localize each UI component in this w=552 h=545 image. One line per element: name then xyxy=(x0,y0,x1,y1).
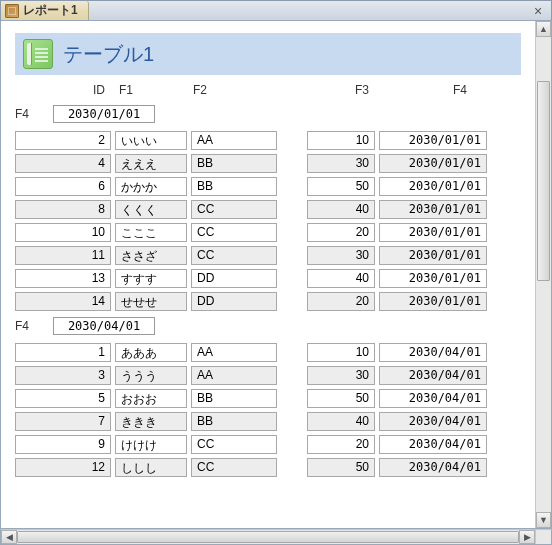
cell-f1: けけけ xyxy=(115,435,187,454)
cell-id: 4 xyxy=(15,154,111,173)
cell-f2: CC xyxy=(191,223,277,242)
cell-f1: せせせ xyxy=(115,292,187,311)
scroll-up-arrow-icon[interactable]: ▲ xyxy=(536,21,551,37)
cell-f3: 20 xyxy=(307,435,375,454)
group-label: F4 xyxy=(15,107,41,121)
cell-f1: いいい xyxy=(115,131,187,150)
cell-f4: 2030/01/01 xyxy=(379,154,487,173)
group-label: F4 xyxy=(15,319,41,333)
scroll-left-arrow-icon[interactable]: ◀ xyxy=(1,530,17,544)
vertical-scroll-thumb[interactable] xyxy=(537,81,550,281)
group-header: F42030/01/01 xyxy=(15,101,521,129)
cell-f4: 2030/04/01 xyxy=(379,458,487,477)
table-row: 4えええBB302030/01/01 xyxy=(15,152,521,175)
table-row: 9けけけCC202030/04/01 xyxy=(15,433,521,456)
cell-f4: 2030/01/01 xyxy=(379,131,487,150)
cell-f2: CC xyxy=(191,435,277,454)
group-value: 2030/01/01 xyxy=(53,105,155,123)
cell-f3: 30 xyxy=(307,154,375,173)
cell-f1: ううう xyxy=(115,366,187,385)
cell-f1: かかか xyxy=(115,177,187,196)
cell-id: 8 xyxy=(15,200,111,219)
cell-f2: CC xyxy=(191,246,277,265)
document-tab[interactable]: レポート1 xyxy=(1,1,89,20)
cell-f3: 40 xyxy=(307,200,375,219)
cell-f4: 2030/04/01 xyxy=(379,389,487,408)
window-titlebar: レポート1 × xyxy=(0,0,552,21)
cell-id: 13 xyxy=(15,269,111,288)
close-button[interactable]: × xyxy=(529,3,547,19)
table-row: 2いいいAA102030/01/01 xyxy=(15,129,521,152)
cell-f2: DD xyxy=(191,269,277,288)
cell-f3: 20 xyxy=(307,292,375,311)
report-title: テーブル1 xyxy=(63,41,154,68)
table-row: 10こここCC202030/01/01 xyxy=(15,221,521,244)
table-row: 12しししCC502030/04/01 xyxy=(15,456,521,479)
report-header: テーブル1 xyxy=(15,33,521,75)
cell-f2: AA xyxy=(191,343,277,362)
cell-f3: 10 xyxy=(307,131,375,150)
cell-f3: 30 xyxy=(307,366,375,385)
cell-f4: 2030/04/01 xyxy=(379,435,487,454)
cell-f4: 2030/01/01 xyxy=(379,223,487,242)
cell-f3: 50 xyxy=(307,389,375,408)
cell-f2: AA xyxy=(191,366,277,385)
cell-f3: 50 xyxy=(307,177,375,196)
cell-id: 9 xyxy=(15,435,111,454)
cell-f4: 2030/01/01 xyxy=(379,177,487,196)
scroll-right-arrow-icon[interactable]: ▶ xyxy=(519,530,535,544)
cell-f4: 2030/01/01 xyxy=(379,200,487,219)
table-row: 7きききBB402030/04/01 xyxy=(15,410,521,433)
cell-f3: 10 xyxy=(307,343,375,362)
horizontal-scroll-track[interactable] xyxy=(17,530,519,544)
cell-id: 5 xyxy=(15,389,111,408)
table-row: 13すすすDD402030/01/01 xyxy=(15,267,521,290)
cell-f4: 2030/01/01 xyxy=(379,246,487,265)
table-row: 3うううAA302030/04/01 xyxy=(15,364,521,387)
cell-f4: 2030/04/01 xyxy=(379,343,487,362)
cell-f4: 2030/01/01 xyxy=(379,269,487,288)
cell-f1: ししし xyxy=(115,458,187,477)
cell-f2: CC xyxy=(191,200,277,219)
cell-id: 12 xyxy=(15,458,111,477)
cell-id: 11 xyxy=(15,246,111,265)
cell-id: 14 xyxy=(15,292,111,311)
cell-f2: DD xyxy=(191,292,277,311)
cell-id: 6 xyxy=(15,177,111,196)
cell-f4: 2030/04/01 xyxy=(379,412,487,431)
cell-f3: 40 xyxy=(307,269,375,288)
cell-f1: あああ xyxy=(115,343,187,362)
column-header-f2: F2 xyxy=(187,83,277,97)
vertical-scrollbar[interactable]: ▲ ▼ xyxy=(535,21,551,528)
column-header-f3: F3 xyxy=(277,83,377,97)
column-header-f4: F4 xyxy=(377,83,473,97)
table-row: 6かかかBB502030/01/01 xyxy=(15,175,521,198)
cell-id: 2 xyxy=(15,131,111,150)
cell-id: 10 xyxy=(15,223,111,242)
table-row: 8くくくCC402030/01/01 xyxy=(15,198,521,221)
report-viewport: テーブル1 ID F1 F2 F3 F4 F42030/01/012いいいAA1… xyxy=(0,21,552,529)
cell-f3: 50 xyxy=(307,458,375,477)
cell-f1: くくく xyxy=(115,200,187,219)
column-header-f1: F1 xyxy=(113,83,187,97)
scroll-corner xyxy=(535,530,551,544)
table-row: 14せせせDD202030/01/01 xyxy=(15,290,521,313)
horizontal-scrollbar[interactable]: ◀ ▶ xyxy=(0,529,552,545)
table-row: 11ささざCC302030/01/01 xyxy=(15,244,521,267)
column-header-id: ID xyxy=(15,83,113,97)
cell-f3: 20 xyxy=(307,223,375,242)
cell-f4: 2030/01/01 xyxy=(379,292,487,311)
cell-f1: えええ xyxy=(115,154,187,173)
horizontal-scroll-thumb[interactable] xyxy=(17,531,519,543)
cell-id: 1 xyxy=(15,343,111,362)
scroll-down-arrow-icon[interactable]: ▼ xyxy=(536,512,551,528)
column-headers: ID F1 F2 F3 F4 xyxy=(15,79,521,101)
group-header: F42030/04/01 xyxy=(15,313,521,341)
group-value: 2030/04/01 xyxy=(53,317,155,335)
document-tab-title: レポート1 xyxy=(23,2,78,19)
cell-f1: すすす xyxy=(115,269,187,288)
cell-f1: こここ xyxy=(115,223,187,242)
cell-f4: 2030/04/01 xyxy=(379,366,487,385)
cell-f2: BB xyxy=(191,154,277,173)
cell-f2: AA xyxy=(191,131,277,150)
